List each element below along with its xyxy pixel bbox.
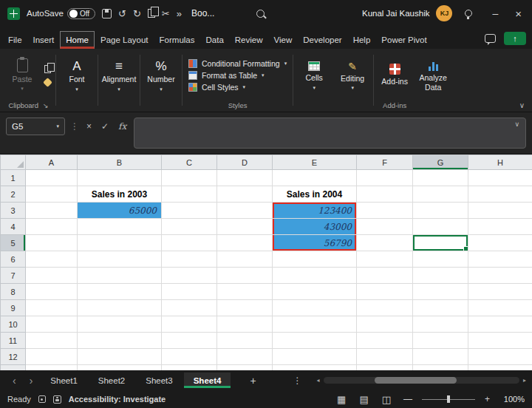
cell[interactable] bbox=[357, 349, 413, 365]
cell[interactable] bbox=[468, 333, 532, 349]
row-header-3[interactable]: 3 bbox=[1, 203, 26, 219]
cell[interactable] bbox=[468, 203, 532, 219]
cell[interactable] bbox=[217, 268, 273, 284]
cell-styles-button[interactable]: Cell Styles ▾ bbox=[188, 83, 245, 92]
cell[interactable] bbox=[78, 365, 162, 371]
cell-B2[interactable]: Sales in 2003 bbox=[78, 186, 162, 203]
cell[interactable] bbox=[26, 203, 78, 219]
cell[interactable] bbox=[217, 235, 273, 251]
ribbon-tab-insert[interactable]: Insert bbox=[28, 32, 60, 49]
cell[interactable] bbox=[26, 251, 78, 268]
cell[interactable] bbox=[78, 349, 162, 365]
number-menu-button[interactable]: % Number ▾ bbox=[142, 51, 180, 101]
cell[interactable] bbox=[468, 300, 532, 316]
font-menu-button[interactable]: A Font ▾ bbox=[58, 51, 96, 101]
cell[interactable] bbox=[162, 170, 217, 186]
cell[interactable] bbox=[413, 365, 468, 371]
ribbon-tab-page-layout[interactable]: Page Layout bbox=[95, 32, 154, 49]
ribbon-tab-data[interactable]: Data bbox=[201, 32, 229, 49]
cell[interactable] bbox=[26, 333, 78, 349]
comments-icon[interactable] bbox=[485, 34, 496, 43]
cell[interactable] bbox=[273, 300, 357, 316]
analyze-data-button[interactable]: Analyze Data bbox=[414, 51, 452, 101]
zoom-level[interactable]: 100% bbox=[499, 395, 525, 404]
cell[interactable] bbox=[413, 268, 468, 284]
row-header-7[interactable]: 7 bbox=[1, 268, 26, 284]
cell[interactable] bbox=[357, 268, 413, 284]
cell[interactable] bbox=[413, 300, 468, 316]
row-header-partial[interactable] bbox=[1, 365, 26, 371]
minimize-button[interactable]: – bbox=[485, 8, 505, 18]
column-header-G[interactable]: G bbox=[413, 155, 468, 170]
close-button[interactable]: × bbox=[512, 8, 525, 19]
enter-button[interactable]: ✓ bbox=[99, 118, 111, 135]
sheet-nav-left-icon[interactable]: ‹ bbox=[6, 375, 23, 386]
document-title[interactable]: Boo... bbox=[191, 8, 214, 18]
cell[interactable] bbox=[413, 170, 468, 186]
cell[interactable] bbox=[162, 219, 217, 235]
sheet-tab-sheet4[interactable]: Sheet4 bbox=[184, 373, 231, 388]
cell[interactable] bbox=[273, 251, 357, 268]
zoom-slider[interactable] bbox=[422, 395, 475, 403]
row-header-12[interactable]: 12 bbox=[1, 349, 26, 365]
cut-icon[interactable]: ✂ bbox=[162, 9, 170, 18]
cell[interactable] bbox=[357, 316, 413, 333]
editing-menu-button[interactable]: ✎ Editing ▾ bbox=[333, 51, 372, 101]
row-header-10[interactable]: 10 bbox=[1, 316, 26, 333]
autosave-toggle[interactable]: AutoSave Off bbox=[27, 8, 95, 19]
cell[interactable] bbox=[413, 203, 468, 219]
cell[interactable] bbox=[413, 186, 468, 203]
cell[interactable] bbox=[162, 333, 217, 349]
cell[interactable] bbox=[78, 268, 162, 284]
active-cell-G5[interactable] bbox=[413, 235, 468, 251]
cell-E5[interactable]: 56790 bbox=[273, 235, 357, 251]
avatar[interactable]: KJ bbox=[436, 5, 452, 21]
cell[interactable] bbox=[162, 235, 217, 251]
row-header-1[interactable]: 1 bbox=[1, 170, 26, 186]
select-all-button[interactable] bbox=[1, 155, 26, 170]
cell[interactable] bbox=[162, 365, 217, 371]
ribbon-tab-developer[interactable]: Developer bbox=[298, 32, 347, 49]
cell[interactable] bbox=[357, 219, 413, 235]
formula-bar-handle[interactable]: ⋮ bbox=[70, 118, 79, 135]
cell[interactable] bbox=[413, 284, 468, 300]
cell[interactable] bbox=[357, 203, 413, 219]
copy-button[interactable] bbox=[44, 65, 51, 73]
ribbon-tab-file[interactable]: File bbox=[3, 32, 27, 49]
ribbon-tab-review[interactable]: Review bbox=[230, 32, 268, 49]
copy-icon[interactable] bbox=[148, 9, 155, 18]
row-header-8[interactable]: 8 bbox=[1, 284, 26, 300]
cell[interactable] bbox=[26, 316, 78, 333]
sheet-tab-sheet1[interactable]: Sheet1 bbox=[41, 373, 86, 388]
cell[interactable] bbox=[413, 219, 468, 235]
cell[interactable] bbox=[26, 365, 78, 371]
cell[interactable] bbox=[26, 300, 78, 316]
formula-input[interactable]: ∨ bbox=[134, 118, 526, 149]
save-icon[interactable] bbox=[102, 9, 112, 18]
column-header-A[interactable]: A bbox=[26, 155, 78, 170]
cell[interactable] bbox=[273, 170, 357, 186]
cell[interactable] bbox=[273, 268, 357, 284]
view-page-layout-icon[interactable]: ▤ bbox=[356, 394, 371, 405]
cell[interactable] bbox=[413, 333, 468, 349]
conditional-formatting-button[interactable]: Conditional Formatting ▾ bbox=[188, 59, 287, 68]
cell-E3[interactable]: 123400 bbox=[273, 203, 357, 219]
cell[interactable] bbox=[468, 235, 532, 251]
cell[interactable] bbox=[78, 333, 162, 349]
cell[interactable] bbox=[26, 235, 78, 251]
cell[interactable] bbox=[217, 333, 273, 349]
cell[interactable] bbox=[468, 268, 532, 284]
zoom-out-button[interactable]: — bbox=[401, 394, 415, 404]
alignment-menu-button[interactable]: ≡ Alignment ▾ bbox=[100, 51, 138, 101]
column-header-F[interactable]: F bbox=[357, 155, 413, 170]
cell[interactable] bbox=[26, 170, 78, 186]
cell[interactable] bbox=[217, 251, 273, 268]
redo-icon[interactable]: ↻ bbox=[133, 9, 141, 18]
scroll-left-icon[interactable]: ◂ bbox=[317, 377, 320, 384]
cell[interactable] bbox=[78, 235, 162, 251]
sheet-tab-sheet3[interactable]: Sheet3 bbox=[136, 373, 182, 388]
cell[interactable] bbox=[78, 316, 162, 333]
row-header-2[interactable]: 2 bbox=[1, 186, 26, 203]
scrollbar-track[interactable] bbox=[324, 377, 519, 384]
cell[interactable] bbox=[273, 365, 357, 371]
